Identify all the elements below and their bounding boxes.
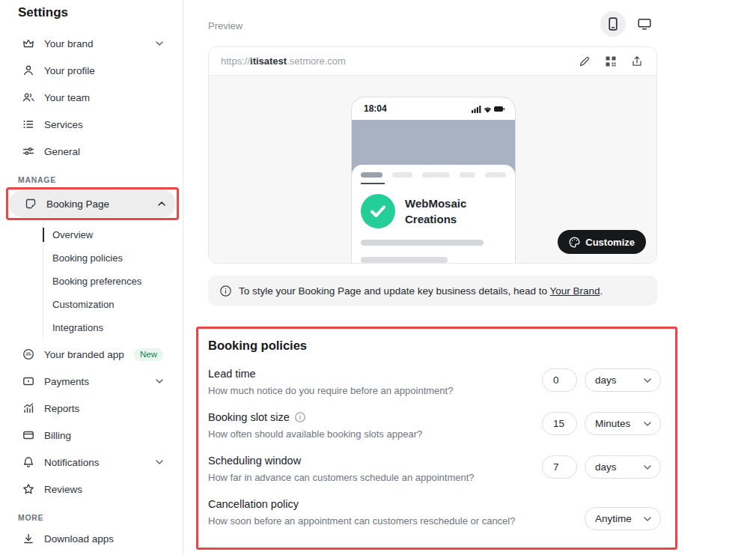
sidebar-item-reviews[interactable]: Reviews — [0, 476, 183, 503]
booking-slot-size-unit-select[interactable]: Minutes — [585, 412, 661, 435]
booking-page-highlight-box: Booking Page — [6, 187, 179, 220]
business-name: WebMosaic Creations — [405, 195, 487, 227]
sub-item-customization[interactable]: Customization — [43, 293, 183, 316]
booking-page-preview-card: https://itisatest.setmore.com — [208, 46, 657, 264]
status-icons — [472, 105, 504, 113]
lead-time-description: How much notice do you require before an… — [208, 383, 453, 398]
settings-page: Settings Your brand Your profile Your te… — [0, 0, 756, 555]
sidebar-item-payments[interactable]: Payments — [0, 368, 183, 395]
qr-code-icon — [605, 55, 617, 67]
your-brand-link[interactable]: Your Brand — [550, 285, 600, 297]
mobile-preview-button[interactable] — [600, 11, 626, 37]
palette-icon — [569, 237, 580, 248]
policy-row-booking-slot-size: Booking slot size How often should avail… — [208, 411, 661, 455]
tab-bar — [485, 172, 506, 178]
sidebar-item-label: Your brand — [44, 38, 146, 49]
qr-code-button[interactable] — [605, 55, 617, 67]
sidebar-item-label: Notifications — [44, 457, 146, 468]
url-bar: https://itisatest.setmore.com — [209, 47, 656, 76]
customize-button-label: Customize — [585, 237, 635, 248]
person-icon — [22, 64, 34, 76]
app-icon — [22, 348, 34, 360]
chevron-down-icon — [644, 465, 651, 470]
tab-bar — [460, 172, 475, 178]
sidebar-item-label: Your team — [44, 92, 163, 103]
phone-preview: 18:04 — [351, 97, 516, 264]
sidebar-item-download-apps[interactable]: Download apps — [0, 525, 183, 552]
sidebar-item-your-branded-app[interactable]: Your branded app New — [0, 341, 183, 368]
sidebar-item-your-team[interactable]: Your team — [0, 84, 183, 111]
chevron-up-icon — [158, 201, 165, 206]
crown-icon — [22, 37, 34, 49]
list-icon — [22, 118, 34, 130]
desktop-preview-button[interactable] — [632, 11, 657, 37]
chevron-down-icon — [644, 422, 651, 426]
sidebar-item-general[interactable]: General — [0, 138, 183, 165]
sidebar-item-notifications[interactable]: Notifications — [0, 449, 183, 476]
pencil-icon — [579, 55, 591, 67]
sidebar-item-reports[interactable]: Reports — [0, 395, 183, 422]
sub-item-integrations[interactable]: Integrations — [43, 316, 183, 339]
chevron-down-icon — [156, 41, 163, 46]
sub-item-overview[interactable]: Overview — [43, 223, 183, 246]
sidebar-item-label: Payments — [44, 376, 146, 387]
people-icon — [22, 91, 34, 103]
lead-time-value-input[interactable] — [542, 369, 577, 392]
monitor-icon — [638, 18, 651, 30]
sidebar-item-services[interactable]: Services — [0, 111, 183, 138]
url-actions — [579, 55, 643, 67]
scheduling-window-value-input[interactable] — [542, 455, 577, 479]
skeleton-line — [361, 257, 448, 263]
star-icon — [22, 483, 34, 495]
sidebar-item-label: Services — [44, 119, 163, 130]
sidebar-item-label: Booking Page — [46, 198, 148, 210]
sub-item-booking-policies[interactable]: Booking policies — [43, 246, 183, 270]
sidebar-item-your-profile[interactable]: Your profile — [0, 57, 183, 84]
device-toggle — [600, 11, 657, 37]
chevron-down-icon — [644, 378, 651, 383]
lead-time-unit-select[interactable]: days — [585, 369, 661, 392]
sub-item-booking-preferences[interactable]: Booking preferences — [43, 270, 183, 293]
booking-policies-section: Booking policies Lead time How much noti… — [196, 327, 677, 550]
phone-icon — [607, 17, 619, 31]
tab-bar-active — [361, 172, 382, 178]
manage-section-label: MANAGE — [18, 175, 183, 184]
chevron-down-icon — [156, 379, 163, 383]
cancellation-policy-select[interactable]: Anytime — [585, 507, 661, 530]
scheduling-window-label: Scheduling window — [208, 455, 475, 467]
new-badge: New — [134, 348, 163, 361]
sidebar-item-your-brand[interactable]: Your brand — [0, 30, 183, 57]
phone-time: 18:04 — [364, 103, 387, 114]
business-header: WebMosaic Creations — [361, 194, 506, 228]
phone-status-bar: 18:04 — [352, 97, 515, 120]
tab-bar — [392, 172, 412, 178]
check-circle-icon — [361, 194, 395, 228]
booking-policies-title: Booking policies — [208, 339, 661, 353]
booking-slot-size-value-input[interactable] — [542, 412, 577, 435]
sidebar-item-label: Reports — [44, 403, 163, 414]
sidebar-item-label: Your profile — [44, 65, 163, 76]
policy-row-scheduling-window: Scheduling window How far in advance can… — [208, 455, 661, 498]
sidebar-item-billing[interactable]: Billing — [0, 422, 183, 449]
share-button[interactable] — [631, 55, 643, 67]
phone-tab-skeleton — [361, 172, 506, 178]
sidebar-item-label: Reviews — [44, 484, 163, 495]
policy-row-cancellation-policy: Cancellation policy How soon before an a… — [208, 498, 661, 542]
chevron-down-icon — [644, 517, 651, 521]
booking-page-url: https://itisatest.setmore.com — [221, 55, 579, 67]
sliders-icon — [22, 145, 34, 157]
info-icon[interactable] — [295, 412, 305, 422]
sidebar-item-label: Your branded app — [44, 349, 124, 360]
cancellation-policy-label: Cancellation policy — [208, 498, 515, 510]
active-tab-underline — [361, 183, 385, 184]
share-upload-icon — [631, 55, 643, 67]
scheduling-window-description: How far in advance can customers schedul… — [208, 470, 475, 485]
edit-url-button[interactable] — [579, 55, 591, 67]
scheduling-window-unit-select[interactable]: days — [585, 455, 661, 479]
chevron-down-icon — [156, 460, 163, 464]
customize-button[interactable]: Customize — [558, 230, 646, 254]
more-section-label: MORE — [18, 513, 183, 522]
booking-page-icon — [25, 198, 37, 210]
sidebar-item-booking-page[interactable]: Booking Page — [9, 190, 176, 217]
cancellation-policy-description: How soon before an appointment can custo… — [208, 514, 515, 528]
